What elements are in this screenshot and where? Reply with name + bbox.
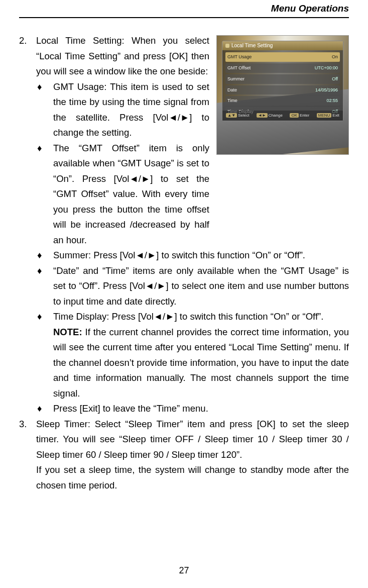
bullet-gmt-usage: ♦ GMT Usage: This item is used to set th… [36,79,209,141]
setting-row-summer: SummerOff [225,74,340,84]
item3-para1: Sleep Timer: Select “Sleep Timer” item a… [36,417,349,463]
bullet-gmt-offset: ♦ The “GMT Offset” item is only availabl… [36,141,209,248]
setting-row-gmt-offset: GMT OffsetUTC+00:00 [225,63,340,73]
list-number: 3. [19,417,36,494]
diamond-icon: ♦ [36,263,53,310]
diamond-icon: ♦ [36,309,53,401]
page-number: 27 [0,565,368,576]
content: 2. Local Time Setting [19,33,349,493]
bullet-date-time: ♦ “Date” and “Time” items are only avail… [36,263,349,310]
diamond-icon: ♦ [36,141,53,248]
note-label: NOTE: [53,327,82,337]
setting-row-date: Date14/05/1996 [225,85,340,95]
diamond-icon: ♦ [36,248,53,263]
dialog-footer: ▲▼Select ◄►Change OKEnter MENUExit [222,111,343,121]
setting-row-time: Time02:55 [225,96,340,106]
window-icon [225,44,229,48]
diamond-icon: ♦ [36,401,53,417]
bullet-exit: ♦ Press [Exit] to leave the “Time” menu. [36,401,349,417]
time-display-text: Time Display: Press [Vol◄/►] to switch t… [53,311,323,322]
setting-row-gmt-usage: GMT UsageOn [225,52,340,62]
header-title: Menu Operations [271,3,349,14]
list-number: 2. [19,33,36,417]
list-item-3: 3. Sleep Timer: Select “Sleep Timer” ite… [19,417,349,494]
bullet-summer: ♦ Summer: Press [Vol◄/►] to switch this … [36,248,349,263]
bullet-time-display: ♦ Time Display: Press [Vol◄/►] to switch… [36,309,349,401]
screenshot-figure: Local Time Setting GMT UsageOn GMT Offse… [216,35,349,155]
list-item-2: 2. Local Time Setting [19,33,349,417]
diamond-icon: ♦ [36,79,53,141]
note-body: If the current channel provides the corr… [53,327,349,399]
page-header: Menu Operations [19,0,349,18]
dialog-title: Local Time Setting [231,42,273,50]
item3-para2: If you set a sleep time, the system will… [36,462,349,493]
